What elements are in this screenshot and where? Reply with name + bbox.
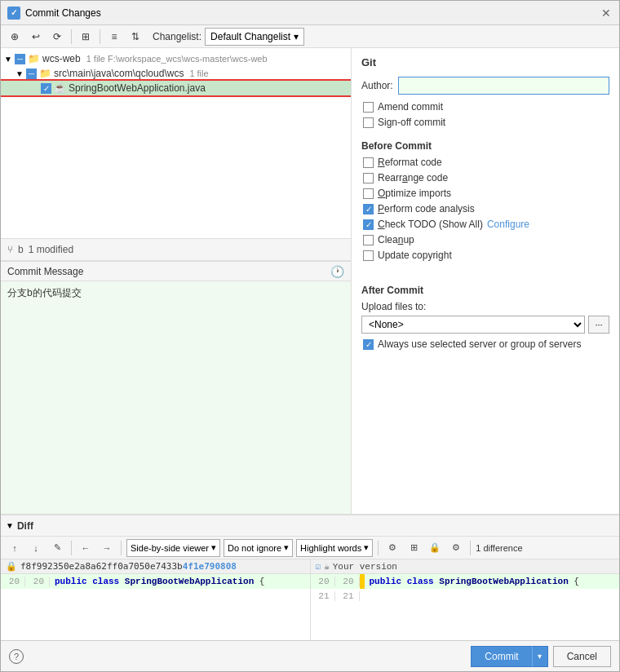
help-button[interactable]: ? <box>9 649 24 664</box>
title-bar: ✓ Commit Changes ✕ <box>1 1 619 25</box>
commit-button[interactable]: Commit <box>471 646 531 667</box>
tree-item-file[interactable]: ▶ ✓ ☕ SpringBootWebApplication.java <box>1 81 351 95</box>
viewer-label: Side-by-side viewer <box>131 543 209 553</box>
commit-dropdown-button[interactable]: ▾ <box>532 646 548 667</box>
undo-button[interactable]: ↩ <box>27 28 45 46</box>
diff-right-file-bar: ☑ ☕ Your version <box>311 559 620 574</box>
cleanup-checkbox[interactable] <box>363 235 374 245</box>
src-meta: 1 file <box>189 69 208 78</box>
expand-button[interactable]: ≡ <box>105 28 123 46</box>
always-use-row: ✓ Always use selected server or group of… <box>361 338 609 350</box>
bottom-buttons: Commit ▾ Cancel <box>471 646 611 667</box>
root-label: wcs-web <box>42 53 81 64</box>
diff-prev-button[interactable]: ↑ <box>6 539 24 557</box>
refresh-button[interactable]: ⟳ <box>48 28 66 46</box>
commit-button-group: Commit ▾ <box>471 646 547 667</box>
root-meta: 1 file F:\workspace_wcs\wcs-master\wcs-w… <box>86 54 268 64</box>
dialog-title: Commit Changes <box>25 7 101 19</box>
left-panel: ▼ ─ 📁 wcs-web 1 file F:\workspace_wcs\wc… <box>1 48 352 514</box>
diff-settings-btn1[interactable]: ⚙ <box>383 539 401 557</box>
signoff-checkbox[interactable] <box>363 117 374 128</box>
check-todo-label: Check TODO (Show All) <box>378 219 483 230</box>
author-input[interactable] <box>398 77 609 95</box>
commit-message-label: Commit Message <box>7 266 83 277</box>
diff-edit-button[interactable]: ✎ <box>48 539 66 557</box>
commit-message-input[interactable]: 分支b的代码提交 <box>1 281 351 514</box>
tree-item-root[interactable]: ▼ ─ 📁 wcs-web 1 file F:\workspace_wcs\wc… <box>1 51 351 66</box>
diff-line-21: 21 21 <box>311 589 620 603</box>
close-button[interactable]: ✕ <box>600 7 613 20</box>
upload-browse-button[interactable]: ··· <box>588 316 609 334</box>
rearrange-checkbox[interactable] <box>363 173 374 183</box>
highlight-chevron-icon: ▾ <box>364 542 369 553</box>
diff-count: 1 difference <box>476 543 522 553</box>
diff-sep1 <box>71 541 72 555</box>
highlight-label: Highlight words <box>300 543 361 553</box>
diff-lock-button[interactable]: 🔒 <box>426 539 444 557</box>
cleanup-label: Cleanup <box>378 234 414 245</box>
tree-item-src[interactable]: ▼ ─ 📁 src\main\java\com\qcloud\wcs 1 fil… <box>1 66 351 81</box>
checkbox-file[interactable]: ✓ <box>41 83 51 94</box>
changelist-dropdown[interactable]: Default Changelist ▾ <box>205 28 304 46</box>
separator2 <box>100 29 100 44</box>
cancel-button[interactable]: Cancel <box>553 646 611 667</box>
checkbox-src[interactable]: ─ <box>26 69 37 79</box>
configure-link[interactable]: Configure <box>487 219 529 230</box>
expand-arrow-src: ▼ <box>16 69 24 78</box>
diff-line-20-right: 20 20 public class SpringBootWebApplicat… <box>311 574 620 589</box>
always-use-checkbox[interactable]: ✓ <box>363 339 374 350</box>
optimize-checkbox[interactable] <box>363 188 374 199</box>
dialog-icon: ✓ <box>7 7 20 20</box>
right-java-icon: ☕ <box>324 561 330 572</box>
diff-settings-btn2[interactable]: ⊞ <box>405 539 423 557</box>
rearrange-row: Rearrange code <box>361 172 609 183</box>
file-label: SpringBootWebApplication.java <box>69 82 206 94</box>
perform-checkbox[interactable]: ✓ <box>363 204 374 214</box>
ignore-label: Do not ignore <box>228 543 281 553</box>
check-todo-checkbox[interactable]: ✓ <box>363 219 374 230</box>
commit-dialog: ✓ Commit Changes ✕ ⊕ ↩ ⟳ ⊞ ≡ ⇅ Changelis… <box>0 0 620 672</box>
line-num-20-r: 20 <box>311 577 335 586</box>
add-button[interactable]: ⊕ <box>6 28 24 46</box>
highlight-dropdown[interactable]: Highlight words ▾ <box>296 539 373 557</box>
viewer-dropdown[interactable]: Side-by-side viewer ▾ <box>126 539 220 557</box>
diff-expand-icon[interactable]: ▼ <box>6 521 14 530</box>
optimize-label: Optimize imports <box>378 188 451 199</box>
check-todo-row: ✓ Check TODO (Show All) Configure <box>361 219 609 230</box>
always-use-label: Always use selected server or group of s… <box>378 338 581 350</box>
reformat-row: Reformat code <box>361 157 609 168</box>
diff-forward-button[interactable]: → <box>98 539 116 557</box>
diff-left-panel: 🔒 f8f992350e2a8a62ff0a7050e7433b4f1e7908… <box>1 559 311 640</box>
ignore-chevron-icon: ▾ <box>284 542 289 553</box>
amend-row: Amend commit <box>361 101 609 113</box>
modified-status: 1 modified <box>29 244 73 255</box>
diff-back-button[interactable]: ← <box>77 539 95 557</box>
update-copyright-checkbox[interactable] <box>363 250 374 261</box>
diff-gear-button[interactable]: ⚙ <box>447 539 465 557</box>
file-tree[interactable]: ▼ ─ 📁 wcs-web 1 file F:\workspace_wcs\wc… <box>1 48 351 238</box>
branch-icon: ⑂ <box>7 244 13 255</box>
expand-arrow-root: ▼ <box>4 55 12 64</box>
changelist-label: Changelist: <box>153 31 202 42</box>
history-icon[interactable]: 🕐 <box>330 265 344 278</box>
folder-icon: 📁 <box>28 53 40 64</box>
diff-sep3 <box>378 541 379 555</box>
ignore-dropdown[interactable]: Do not ignore ▾ <box>224 539 293 557</box>
line-content-20: public class SpringBootWebApplication { <box>50 577 264 586</box>
rearrange-label: Rearrange code <box>378 172 448 183</box>
collapse-button[interactable]: ⇅ <box>126 28 144 46</box>
move-button[interactable]: ⊞ <box>77 28 95 46</box>
diff-next-button[interactable]: ↓ <box>27 539 45 557</box>
line-num-20b: 20 <box>25 577 50 586</box>
java-file-icon: ☕ <box>54 82 66 94</box>
file-hash: f8f992350e2a8a62ff0a7050e7433b4f1e790808 <box>20 561 237 572</box>
amend-checkbox[interactable] <box>363 102 374 113</box>
diff-toolbar: ↑ ↓ ✎ ← → Side-by-side viewer ▾ Do not i… <box>1 537 619 559</box>
checkbox-root[interactable]: ─ <box>15 54 25 64</box>
diff-right-panel: ☑ ☕ Your version 20 20 public class Spri… <box>311 559 620 640</box>
reformat-checkbox[interactable] <box>363 157 374 168</box>
lock-icon: 🔒 <box>6 561 17 572</box>
upload-label: Upload files to: <box>361 301 609 312</box>
upload-row: <None> ··· <box>361 316 609 334</box>
upload-select[interactable]: <None> <box>361 316 585 334</box>
